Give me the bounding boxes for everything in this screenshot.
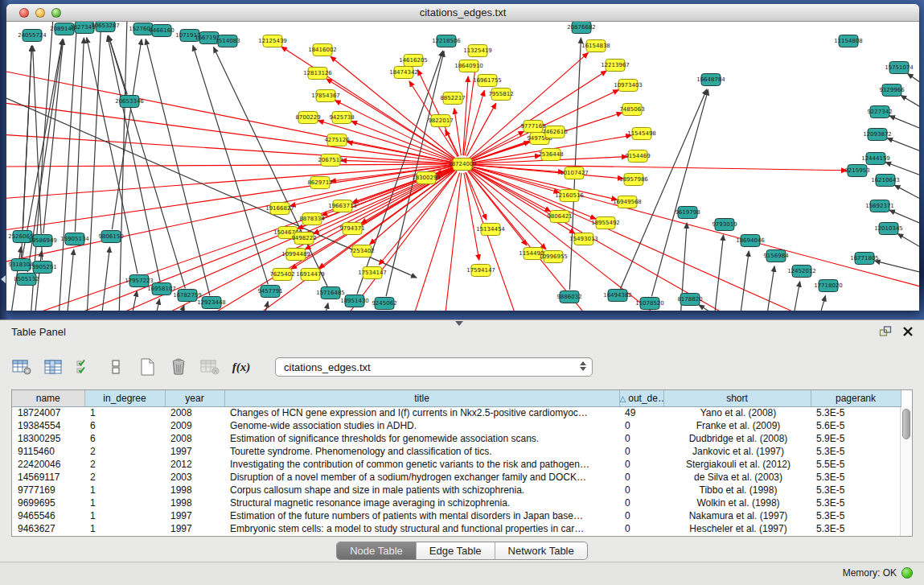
citation-edge-black[interactable]	[894, 185, 919, 200]
network-node[interactable]: 12213967	[601, 60, 630, 72]
network-node[interactable]: 16494382	[603, 290, 632, 302]
table-cell[interactable]: 5.3E-5	[811, 445, 901, 458]
table-cell[interactable]: 1998	[165, 484, 224, 496]
table-cell[interactable]: 49	[619, 406, 663, 419]
network-node[interactable]: 8878334	[299, 213, 325, 225]
citation-edge-black[interactable]	[819, 295, 825, 311]
table-cell[interactable]: 0	[619, 458, 663, 471]
table-cell[interactable]: Genome-wide association studies in ADHD.	[224, 419, 619, 432]
network-node[interactable]: 9425738	[329, 112, 354, 124]
table-row[interactable]: 946362711997Embryonic stem cells: a mode…	[12, 522, 901, 535]
citation-edge-black[interactable]	[109, 35, 186, 288]
tab-edge-table[interactable]: Edge Table	[417, 542, 495, 559]
table-cell[interactable]: 5.3E-5	[811, 522, 901, 535]
network-node[interactable]: 9793019	[712, 219, 737, 231]
network-node[interactable]: 16771805	[850, 253, 879, 265]
network-node[interactable]: 12452012	[787, 266, 816, 278]
network-node[interactable]: 16914479	[296, 269, 325, 281]
row-selection-button[interactable]	[74, 356, 95, 377]
table-cell[interactable]: 1	[84, 509, 165, 522]
network-node[interactable]: 24055724	[18, 30, 47, 42]
column-header-short[interactable]: short	[663, 390, 811, 406]
network-node[interactable]: 2536448	[538, 149, 563, 161]
table-cell[interactable]: Stergiakouli et al. (2012)	[663, 458, 811, 471]
table-cell[interactable]: Structural magnetic resonance image aver…	[224, 496, 619, 509]
network-node[interactable]: 9457791	[257, 286, 282, 298]
citation-edge-red[interactable]	[6, 102, 454, 163]
table-cell[interactable]: 5.3E-5	[811, 496, 901, 509]
delete-table-button[interactable]	[199, 356, 220, 377]
table-row[interactable]: 946554611997Estimation of the future num…	[12, 509, 901, 522]
citation-edge-black[interactable]	[112, 39, 142, 229]
network-node[interactable]: 8505132	[14, 274, 39, 286]
tab-node-table[interactable]: Node Table	[337, 542, 417, 559]
table-row[interactable]: 911546021997Tourette syndrome. Phenomeno…	[12, 445, 901, 458]
table-cell[interactable]: 2008	[165, 432, 224, 445]
create-column-button[interactable]	[137, 356, 158, 377]
table-cell[interactable]: 0	[619, 496, 663, 509]
tab-network-table[interactable]: Network Table	[495, 542, 587, 559]
citation-edge-black[interactable]	[887, 138, 919, 152]
network-node[interactable]: 17854367	[311, 90, 340, 102]
network-node[interactable]: 9154469	[625, 150, 650, 163]
network-node[interactable]: 18957986	[619, 174, 648, 186]
network-node[interactable]: 9806421	[547, 211, 572, 223]
table-cell[interactable]: Jankovic et al. (1997)	[663, 445, 811, 458]
table-cell[interactable]: Hescheler et al. (1997)	[663, 522, 811, 535]
network-node[interactable]: 7625402	[269, 269, 294, 281]
citation-edge-red[interactable]	[319, 169, 456, 268]
network-node[interactable]: 20876682	[567, 22, 596, 34]
citation-edge-red[interactable]	[6, 166, 454, 263]
table-row[interactable]: 2242004622012Investigating the contribut…	[12, 458, 901, 471]
citation-edge-red[interactable]	[281, 47, 455, 159]
citation-edge-black[interactable]	[897, 234, 919, 249]
table-cell[interactable]: 18724007	[12, 406, 84, 419]
network-node[interactable]: 7462610	[542, 126, 567, 138]
table-cell[interactable]: 18300295	[12, 432, 84, 445]
network-node[interactable]: 19166827	[265, 203, 294, 215]
table-cell[interactable]: 19384554	[12, 419, 84, 432]
table-cell[interactable]: Changes of HCN gene expression and I(f) …	[224, 406, 619, 419]
table-row[interactable]: 977716911998Corpus callosum shape and si…	[12, 484, 901, 496]
network-window[interactable]: citations_edges.txt 18724007121254391841…	[6, 4, 919, 311]
table-cell[interactable]: 5.3E-5	[811, 484, 901, 496]
network-node[interactable]: 17718020	[814, 280, 843, 292]
table-cell[interactable]: 1997	[165, 445, 224, 458]
network-node[interactable]: 19663713	[328, 200, 357, 212]
table-cell[interactable]: Corpus callosum shape and size in male p…	[224, 484, 619, 496]
citation-edge-black[interactable]	[155, 299, 159, 311]
network-node[interactable]: 18951430	[340, 295, 369, 307]
network-node[interactable]: 18416002	[308, 44, 337, 56]
column-header-year[interactable]: year	[165, 390, 224, 406]
table-scrollbar-thumb[interactable]	[902, 409, 910, 439]
table-cell[interactable]: 0	[619, 471, 663, 484]
table-cell[interactable]: 14569117	[12, 471, 84, 484]
network-node[interactable]: 16154838	[581, 40, 610, 52]
table-cell[interactable]: 2	[84, 445, 165, 458]
table-select-dropdown[interactable]: citations_edges.txt	[275, 357, 593, 377]
splitter-handle[interactable]	[455, 321, 463, 326]
network-node[interactable]: 15905134	[60, 233, 89, 245]
citation-edge-red[interactable]	[413, 172, 460, 311]
network-node[interactable]: 8629717	[307, 177, 332, 189]
table-rows-button[interactable]	[105, 356, 126, 377]
table-cell[interactable]: 5.9E-5	[811, 432, 901, 445]
table-cell[interactable]: Disruption of a novel member of a sodium…	[224, 471, 619, 484]
network-node[interactable]: 8700229	[295, 112, 320, 124]
table-cell[interactable]: 2009	[165, 419, 224, 432]
table-row[interactable]: 1938455462009Genome-wide association stu…	[12, 419, 901, 432]
citation-edge-black[interactable]	[651, 90, 708, 297]
network-node[interactable]: 15493013	[569, 233, 598, 245]
network-node[interactable]: 15751074	[885, 62, 914, 74]
citation-edge-black[interactable]	[264, 302, 268, 311]
table-cell[interactable]: 1997	[165, 522, 224, 535]
table-cell[interactable]: Embryonic stem cells: a model to study s…	[224, 522, 619, 535]
network-node[interactable]: 17594147	[466, 265, 495, 277]
network-node[interactable]: 9498222	[291, 233, 316, 245]
table-cell[interactable]: Wolkin et al. (1998)	[663, 496, 811, 509]
table-cell[interactable]: 1	[84, 406, 165, 419]
table-cell[interactable]: 1	[84, 522, 165, 535]
table-cell[interactable]: 9699695	[12, 496, 84, 509]
citation-edge-black[interactable]	[43, 39, 64, 233]
column-header-name[interactable]: name	[12, 390, 84, 406]
